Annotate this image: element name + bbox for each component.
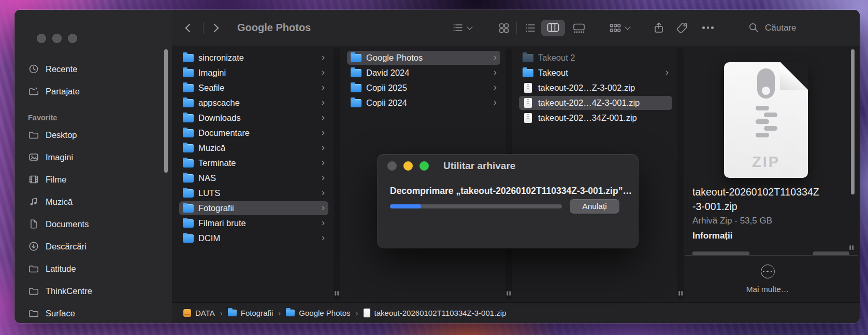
- folder-icon: [183, 129, 194, 137]
- folder-icon: [183, 234, 194, 243]
- film-icon: [28, 174, 39, 185]
- sidebar-item-partajate[interactable]: Partajate: [23, 83, 165, 99]
- sidebar-item-imagini[interactable]: Imagini: [23, 149, 165, 165]
- column-view-icon: [546, 22, 560, 33]
- folder-icon: [28, 263, 39, 274]
- dialog-minimize-button[interactable]: [403, 161, 413, 171]
- file-row[interactable]: David 2024›: [347, 66, 500, 80]
- gallery-view-button[interactable]: [572, 10, 586, 46]
- desktop-wallpaper: Recente Partajate Favorite Desktop: [0, 0, 868, 335]
- path-item-drive[interactable]: DATA: [183, 309, 215, 317]
- file-row[interactable]: Takeout›: [519, 66, 672, 80]
- zip-badge: ZIP: [724, 153, 808, 171]
- file-row-selected[interactable]: Google Photos›: [347, 51, 500, 65]
- path-item-folder[interactable]: Google Photos: [286, 309, 350, 317]
- sidebar-item-label: Desktop: [46, 130, 77, 140]
- more-actions-button[interactable]: [702, 10, 714, 46]
- chevron-right-icon: [210, 23, 219, 32]
- file-row[interactable]: Copii 2024›: [347, 96, 500, 110]
- file-row[interactable]: NAS›: [179, 171, 328, 185]
- file-row[interactable]: Documentare›: [179, 126, 328, 140]
- sidebar-item-filme[interactable]: Filme: [23, 172, 165, 187]
- preview-resize-handle[interactable]: [849, 245, 853, 298]
- column-divider[interactable]: [334, 48, 340, 300]
- file-row[interactable]: Filmari brute›: [179, 216, 328, 230]
- folder-icon: [351, 84, 361, 92]
- icon-view-button[interactable]: [498, 10, 510, 46]
- sidebar-item-descarcari[interactable]: Descărcări: [23, 239, 165, 254]
- list-bullet-icon: [452, 22, 464, 34]
- forward-button[interactable]: [211, 10, 218, 46]
- show-more-label: Mai multe…: [684, 285, 851, 294]
- path-item-file[interactable]: takeout-20260102T110334Z-3-001.zip: [364, 309, 507, 317]
- music-note-icon: [28, 196, 39, 207]
- file-row[interactable]: Seafile›: [179, 81, 328, 95]
- dialog-close-button[interactable]: [387, 161, 397, 171]
- file-row-dimmed[interactable]: Takeout 2: [519, 51, 672, 65]
- divider-handle[interactable]: [335, 291, 339, 296]
- folder-icon: [351, 69, 361, 77]
- download-icon: [28, 241, 39, 252]
- sidebar-item-label: Imagini: [46, 152, 73, 162]
- divider-handle[interactable]: [678, 291, 683, 296]
- sidebar-item-documents[interactable]: Documents: [23, 216, 165, 232]
- disclosure-chevron-icon: ›: [322, 207, 325, 209]
- minimize-button[interactable]: [52, 34, 62, 43]
- file-row[interactable]: DCIM›: [179, 231, 328, 245]
- share-button[interactable]: [653, 10, 665, 46]
- file-row[interactable]: Copii 2025›: [347, 81, 500, 95]
- preview-divider[interactable]: [677, 48, 684, 300]
- close-button[interactable]: [37, 34, 46, 43]
- disclosure-chevron-icon: ›: [322, 162, 325, 164]
- dialog-zoom-button[interactable]: [419, 161, 429, 171]
- search-icon: [748, 22, 760, 34]
- gallery-view-icon: [572, 22, 586, 34]
- file-row[interactable]: sincronizate›: [179, 51, 328, 65]
- show-more-button[interactable]: Mai multe…: [684, 264, 851, 294]
- sidebar-item-label: Filme: [46, 175, 66, 185]
- back-button[interactable]: [186, 10, 193, 46]
- sidebar-item-desktop[interactable]: Desktop: [23, 127, 165, 143]
- search-field[interactable]: Căutare: [748, 10, 796, 46]
- progress-bar: [390, 204, 562, 208]
- nav-separator: [203, 10, 204, 46]
- disclosure-chevron-icon: ›: [494, 87, 497, 89]
- preview-scrollbar[interactable]: [851, 49, 855, 194]
- cancel-button[interactable]: Anulați: [570, 199, 619, 214]
- sidebar-scrollbar[interactable]: [164, 49, 168, 173]
- sidebar-item-label: Descărcări: [46, 242, 86, 252]
- path-item-folder[interactable]: Fotografii: [228, 309, 273, 317]
- selected-view-pill: [541, 20, 565, 36]
- group-menu-button[interactable]: [609, 10, 630, 46]
- file-row[interactable]: LUTS›: [179, 186, 328, 200]
- tags-button[interactable]: [675, 10, 689, 46]
- file-row[interactable]: Terminate›: [179, 156, 328, 170]
- file-row[interactable]: takeout-202…Z-3-002.zip: [519, 81, 672, 95]
- folder-icon: [523, 54, 533, 62]
- search-placeholder: Căutare: [765, 23, 796, 33]
- share-icon: [653, 21, 665, 35]
- file-row[interactable]: Downloads›: [179, 111, 328, 125]
- folder-icon: [28, 129, 39, 141]
- photo-icon: [28, 151, 39, 163]
- sidebar-item-latitude[interactable]: Latitude: [23, 261, 165, 276]
- sidebar-item-surface[interactable]: Surface: [23, 305, 165, 321]
- file-row[interactable]: takeout-202…34Z-001.zip: [519, 111, 672, 125]
- sidebar-section-label: Favorite: [28, 114, 165, 122]
- column-view-button[interactable]: [541, 10, 565, 46]
- list-view-button[interactable]: [524, 10, 537, 46]
- file-row[interactable]: Muzică›: [179, 141, 328, 155]
- preview-section-divider: [685, 255, 858, 256]
- group-by-button[interactable]: [452, 10, 472, 46]
- sidebar-item-thinkcentre[interactable]: ThinkCentre: [23, 283, 165, 299]
- file-row-selected[interactable]: takeout-202…4Z-3-001.zip: [519, 96, 672, 110]
- zoom-button[interactable]: [68, 34, 77, 43]
- sidebar-item-muzica[interactable]: Muzică: [23, 194, 165, 210]
- divider-handle[interactable]: [507, 291, 511, 296]
- file-row[interactable]: Imagini›: [179, 66, 328, 80]
- folder-icon: [183, 159, 194, 168]
- file-row[interactable]: appscache›: [179, 96, 328, 110]
- file-row-selected[interactable]: Fotografii›: [179, 201, 328, 215]
- file-icon: [364, 309, 370, 317]
- sidebar-item-recente[interactable]: Recente: [23, 61, 165, 77]
